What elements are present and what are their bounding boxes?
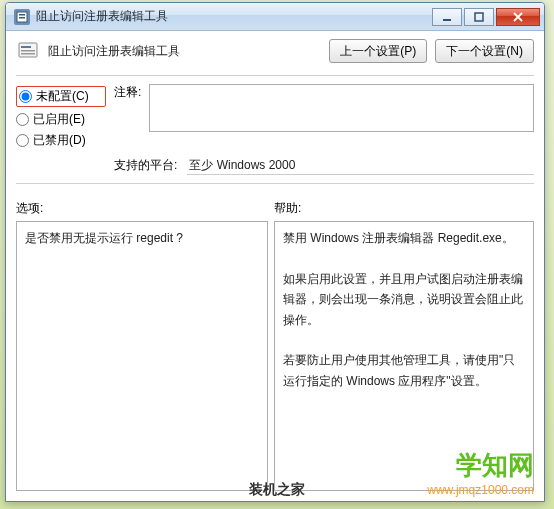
comment-column: 注释: (114, 84, 534, 149)
options-pane[interactable]: 是否禁用无提示运行 regedit ? (16, 221, 268, 491)
policy-title: 阻止访问注册表编辑工具 (48, 43, 321, 60)
dialog-window: 阻止访问注册表编辑工具 阻止访问注册表编辑工具 上一个设置(P) 下一个设置(N… (5, 2, 545, 502)
options-label: 选项: (16, 200, 274, 217)
panes-row: 是否禁用无提示运行 regedit ? 禁用 Windows 注册表编辑器 Re… (16, 221, 534, 491)
help-paragraph-3: 若要防止用户使用其他管理工具，请使用"只运行指定的 Windows 应用程序"设… (283, 350, 525, 391)
radio-not-configured[interactable]: 未配置(C) (16, 86, 106, 107)
platform-value: 至少 Windows 2000 (187, 155, 534, 175)
help-pane[interactable]: 禁用 Windows 注册表编辑器 Regedit.exe。 如果启用此设置，并… (274, 221, 534, 491)
policy-icon (16, 39, 40, 63)
header-row: 阻止访问注册表编辑工具 上一个设置(P) 下一个设置(N) (16, 39, 534, 63)
divider (16, 75, 534, 76)
app-icon (14, 9, 30, 25)
platform-label: 支持的平台: (114, 157, 177, 174)
svg-rect-7 (21, 50, 35, 52)
titlebar[interactable]: 阻止访问注册表编辑工具 (6, 3, 544, 31)
prev-setting-button[interactable]: 上一个设置(P) (329, 39, 427, 63)
radio-disabled-label: 已禁用(D) (33, 132, 86, 149)
help-label: 帮助: (274, 200, 534, 217)
radio-disabled-input[interactable] (16, 134, 29, 147)
svg-rect-4 (475, 13, 483, 21)
radio-disabled[interactable]: 已禁用(D) (16, 132, 106, 149)
radio-enabled-label: 已启用(E) (33, 111, 85, 128)
help-paragraph-1: 禁用 Windows 注册表编辑器 Regedit.exe。 (283, 228, 525, 248)
radio-not-configured-input[interactable] (19, 90, 32, 103)
close-button[interactable] (496, 8, 540, 26)
radio-enabled-input[interactable] (16, 113, 29, 126)
window-title: 阻止访问注册表编辑工具 (36, 8, 430, 25)
bottom-brand-label: 装机之家 (249, 481, 305, 499)
maximize-button[interactable] (464, 8, 494, 26)
divider-2 (16, 183, 534, 184)
minimize-button[interactable] (432, 8, 462, 26)
radio-not-configured-label: 未配置(C) (36, 88, 89, 105)
close-icon (512, 12, 524, 22)
svg-rect-3 (443, 19, 451, 21)
svg-rect-2 (19, 17, 25, 19)
next-setting-button[interactable]: 下一个设置(N) (435, 39, 534, 63)
pane-labels: 选项: 帮助: (16, 200, 534, 217)
radio-enabled[interactable]: 已启用(E) (16, 111, 106, 128)
minimize-icon (442, 12, 452, 22)
svg-rect-6 (21, 46, 31, 48)
comment-textarea[interactable] (149, 84, 534, 132)
svg-rect-1 (19, 14, 25, 16)
help-paragraph-2: 如果启用此设置，并且用户试图启动注册表编辑器，则会出现一条消息，说明设置会阻止此… (283, 269, 525, 330)
window-controls (430, 8, 540, 26)
config-section: 未配置(C) 已启用(E) 已禁用(D) 注释: (16, 84, 534, 149)
maximize-icon (474, 12, 484, 22)
comment-label: 注释: (114, 84, 141, 101)
svg-rect-8 (21, 53, 35, 55)
options-text: 是否禁用无提示运行 regedit ? (25, 228, 259, 248)
platform-row: 支持的平台: 至少 Windows 2000 (114, 155, 534, 175)
radio-group: 未配置(C) 已启用(E) 已禁用(D) (16, 84, 106, 149)
dialog-content: 阻止访问注册表编辑工具 上一个设置(P) 下一个设置(N) 未配置(C) 已启用… (6, 31, 544, 501)
